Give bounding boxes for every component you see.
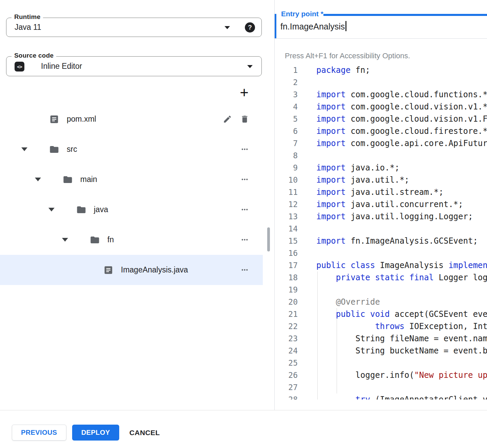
code-line[interactable]: 13 import java.util.logging.Logger;: [275, 210, 487, 223]
code-line[interactable]: 16: [275, 247, 487, 259]
chevron-down-icon[interactable]: [247, 65, 253, 68]
code-line[interactable]: 25: [275, 357, 487, 369]
tree-indent-slot: [32, 178, 63, 181]
line-number: 15: [275, 235, 298, 247]
entry-point-label: Entry point *: [281, 10, 323, 18]
tree-row-actions: [240, 235, 249, 244]
line-number: 20: [275, 296, 298, 308]
code-line[interactable]: 9 import java.io.*;: [275, 162, 487, 174]
help-icon[interactable]: ?: [245, 22, 255, 33]
code-line[interactable]: 12 import java.util.concurrent.*;: [275, 198, 487, 210]
tree-indent-slot: [19, 147, 49, 151]
code-line[interactable]: 22 throws IOException, Int: [275, 320, 487, 332]
code-line[interactable]: 15 import fn.ImageAnalysis.GCSEvent;: [275, 235, 487, 247]
code-text: @Override: [316, 296, 380, 308]
line-number: 1: [275, 64, 298, 76]
code-text: public void accept(GCSEvent eve: [316, 308, 487, 320]
tree-row-actions: [240, 175, 249, 184]
tree-row[interactable]: fn: [0, 225, 263, 255]
code-text: import java.util.concurrent.*;: [316, 198, 463, 210]
line-number: 2: [275, 76, 298, 88]
accessibility-hint: Press Alt+F1 for Accessibility Options.: [285, 52, 410, 60]
line-number: 12: [275, 198, 298, 210]
code-text: logger.info("New picture up: [316, 369, 487, 381]
code-line[interactable]: 19: [275, 284, 487, 296]
source-code-value: Inline Editor: [41, 61, 82, 70]
code-line[interactable]: 8: [275, 149, 487, 162]
code-text: import java.util.logging.Logger;: [316, 210, 473, 223]
code-line[interactable]: 10 import java.util.*;: [275, 174, 487, 186]
file-tree: pom.xml src: [0, 104, 263, 285]
code-editor[interactable]: Press Alt+F1 for Accessibility Options. …: [275, 39, 487, 400]
code-line[interactable]: 6 import com.google.cloud.firestore.*: [275, 125, 487, 137]
tree-indent-slot: [46, 208, 76, 211]
line-number: 9: [275, 162, 298, 174]
tree-item-label: pom.xml: [67, 115, 96, 124]
code-line[interactable]: 1 package fn;: [275, 64, 487, 76]
text-cursor: [345, 21, 346, 31]
tree-row[interactable]: pom.xml: [0, 104, 263, 134]
source-code-select[interactable]: Source code <> Inline Editor: [6, 56, 262, 76]
code-text: String bucketName = event.b: [316, 345, 487, 357]
code-text: package fn;: [316, 64, 370, 76]
tree-row[interactable]: main: [0, 164, 263, 195]
scrollbar-thumb[interactable]: [267, 227, 270, 251]
entry-point-input[interactable]: fn.ImageAnalysis: [280, 21, 346, 32]
code-lines: 1 package fn; 2 3 import com.google.clou…: [275, 64, 487, 400]
code-line[interactable]: 3 import com.google.cloud.functions.*: [275, 88, 487, 101]
line-number: 18: [275, 271, 298, 284]
entry-point-field[interactable]: Entry point * fn.ImageAnalysis: [275, 0, 487, 39]
line-number: 24: [275, 345, 298, 357]
code-line[interactable]: 5 import com.google.cloud.vision.v1.F: [275, 113, 487, 125]
deploy-button[interactable]: DEPLOY: [72, 425, 119, 441]
more-options-icon[interactable]: [240, 265, 249, 274]
more-options-icon[interactable]: [240, 175, 249, 184]
chevron-expanded-icon[interactable]: [62, 238, 68, 242]
entry-point-value: fn.ImageAnalysis: [280, 22, 345, 31]
line-number: 19: [275, 284, 298, 296]
line-number: 17: [275, 259, 298, 271]
add-file-button[interactable]: +: [236, 85, 252, 100]
chevron-down-icon[interactable]: [225, 26, 230, 29]
code-line[interactable]: 28 try (ImageAnnotatorClient v: [275, 393, 487, 400]
tree-row[interactable]: src: [0, 134, 263, 164]
chevron-expanded-icon[interactable]: [48, 208, 55, 211]
cancel-button[interactable]: CANCEL: [129, 425, 161, 441]
tree-indent-slot: [19, 117, 49, 121]
code-text: import com.google.cloud.vision.v1.*: [316, 101, 487, 113]
code-line[interactable]: 27: [275, 381, 487, 393]
code-line[interactable]: 23 String fileName = event.nam: [275, 332, 487, 345]
code-line[interactable]: 18 private static final Logger log: [275, 271, 487, 284]
more-options-icon[interactable]: [240, 235, 249, 244]
line-number: 16: [275, 247, 298, 259]
tree-indent-slot: [59, 238, 90, 242]
delete-icon[interactable]: [240, 115, 249, 124]
code-line[interactable]: 4 import com.google.cloud.vision.v1.*: [275, 101, 487, 113]
line-number: 28: [275, 393, 298, 400]
code-line[interactable]: 17 public class ImageAnalysis implemen: [275, 259, 487, 271]
code-line[interactable]: 14: [275, 223, 487, 235]
more-options-icon[interactable]: [240, 205, 249, 214]
line-number: 25: [275, 357, 298, 369]
previous-button[interactable]: PREVIOUS: [12, 425, 66, 441]
code-line[interactable]: 7 import com.google.api.core.ApiFutur: [275, 137, 487, 149]
source-code-label: Source code: [12, 52, 56, 59]
more-options-icon[interactable]: [240, 145, 249, 154]
chevron-expanded-icon[interactable]: [35, 178, 41, 181]
code-line[interactable]: 11 import java.util.stream.*;: [275, 186, 487, 198]
code-line[interactable]: 20 @Override: [275, 296, 487, 308]
code-line[interactable]: 2: [275, 76, 487, 88]
file-icon: [49, 114, 59, 124]
tree-row-actions: [240, 205, 249, 214]
line-number: 7: [275, 137, 298, 149]
line-number: 6: [275, 125, 298, 137]
line-number: 10: [275, 174, 298, 186]
code-line[interactable]: 21 public void accept(GCSEvent eve: [275, 308, 487, 320]
tree-row[interactable]: ImageAnalysis.java: [0, 255, 263, 285]
edit-icon[interactable]: [223, 115, 232, 124]
code-line[interactable]: 26 logger.info("New picture up: [275, 369, 487, 381]
tree-row[interactable]: java: [0, 195, 263, 225]
chevron-expanded-icon[interactable]: [21, 147, 27, 151]
code-line[interactable]: 24 String bucketName = event.b: [275, 345, 487, 357]
runtime-select[interactable]: Runtime Java 11 ?: [6, 18, 262, 37]
